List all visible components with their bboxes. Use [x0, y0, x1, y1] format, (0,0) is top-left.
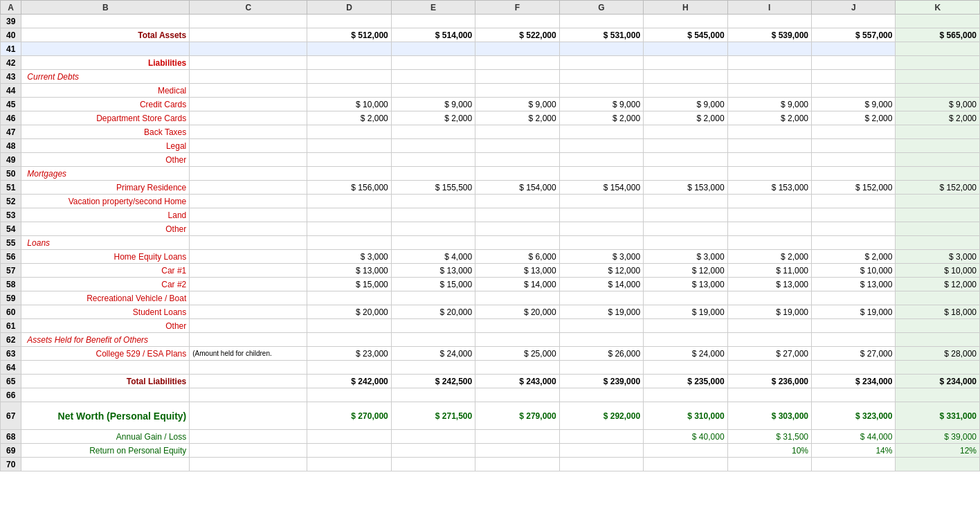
- cell-54-d[interactable]: [307, 222, 391, 236]
- cell-59-j[interactable]: [812, 291, 896, 305]
- car1-e[interactable]: $ 13,000: [391, 264, 475, 278]
- cell-68-d[interactable]: [307, 430, 391, 444]
- cell-43-e[interactable]: [391, 70, 475, 84]
- cell-52-h[interactable]: [644, 195, 727, 208]
- cell-50-d[interactable]: [307, 167, 391, 181]
- cell-42-i[interactable]: [727, 56, 811, 70]
- cell-41-i[interactable]: [727, 42, 811, 56]
- total-liabilities-f[interactable]: $ 243,000: [475, 375, 559, 388]
- total-liabilities-g[interactable]: $ 239,000: [559, 375, 643, 388]
- car2-f[interactable]: $ 14,000: [475, 278, 559, 291]
- cell-66-j[interactable]: [812, 388, 896, 402]
- cell-62-e[interactable]: [391, 333, 475, 347]
- cell-61-d[interactable]: [307, 319, 391, 333]
- college-529-j[interactable]: $ 27,000: [812, 347, 896, 361]
- cell-52-f[interactable]: [475, 195, 559, 208]
- cell-70-f[interactable]: [475, 458, 559, 471]
- cell-53-j[interactable]: [812, 208, 896, 222]
- cell-66-b[interactable]: [21, 388, 190, 402]
- cell-50-e[interactable]: [391, 167, 475, 181]
- cell-70-k[interactable]: [896, 458, 980, 471]
- return-equity-i[interactable]: 10%: [727, 444, 811, 458]
- credit-cards-d[interactable]: $ 10,000: [307, 98, 391, 111]
- dept-store-cards-i[interactable]: $ 2,000: [727, 111, 811, 125]
- cell-55-i[interactable]: [727, 236, 811, 250]
- net-worth-k[interactable]: $ 331,000: [896, 402, 980, 430]
- cell-70-j[interactable]: [812, 458, 896, 471]
- cell-42-d[interactable]: [307, 56, 391, 70]
- primary-residence-e[interactable]: $ 155,500: [391, 181, 475, 195]
- cell-44-d[interactable]: [307, 84, 391, 98]
- annual-gain-k[interactable]: $ 39,000: [896, 430, 980, 444]
- primary-residence-i[interactable]: $ 153,000: [727, 181, 811, 195]
- credit-cards-k[interactable]: $ 9,000: [896, 98, 980, 111]
- cell-69-f[interactable]: [475, 444, 559, 458]
- cell-59-g[interactable]: [559, 291, 643, 305]
- cell-53-e[interactable]: [391, 208, 475, 222]
- cell-67-c[interactable]: [190, 402, 307, 430]
- cell-50-f[interactable]: [475, 167, 559, 181]
- cell-61-h[interactable]: [644, 319, 727, 333]
- cell-65-c[interactable]: [190, 375, 307, 388]
- cell-45-c[interactable]: [190, 98, 307, 111]
- car1-d[interactable]: $ 13,000: [307, 264, 391, 278]
- college-529-d[interactable]: $ 23,000: [307, 347, 391, 361]
- cell-66-d[interactable]: [307, 388, 391, 402]
- cell-41-f[interactable]: [475, 42, 559, 56]
- cell-39-h[interactable]: [644, 15, 727, 28]
- cell-41-d[interactable]: [307, 42, 391, 56]
- cell-49-k[interactable]: [896, 153, 980, 167]
- cell-69-h[interactable]: [644, 444, 727, 458]
- total-liabilities-j[interactable]: $ 234,000: [812, 375, 896, 388]
- cell-48-f[interactable]: [475, 139, 559, 153]
- cell-42-j[interactable]: [812, 56, 896, 70]
- student-loans-e[interactable]: $ 20,000: [391, 305, 475, 319]
- cell-64-g[interactable]: [559, 361, 643, 375]
- cell-61-g[interactable]: [559, 319, 643, 333]
- cell-62-d[interactable]: [307, 333, 391, 347]
- cell-52-e[interactable]: [391, 195, 475, 208]
- college-529-f[interactable]: $ 25,000: [475, 347, 559, 361]
- college-529-g[interactable]: $ 26,000: [559, 347, 643, 361]
- cell-64-i[interactable]: [727, 361, 811, 375]
- cell-61-i[interactable]: [727, 319, 811, 333]
- college-529-h[interactable]: $ 24,000: [644, 347, 727, 361]
- net-worth-i[interactable]: $ 303,000: [727, 402, 811, 430]
- total-assets-i[interactable]: $ 539,000: [727, 28, 811, 42]
- annual-gain-i[interactable]: $ 31,500: [727, 430, 811, 444]
- cell-48-e[interactable]: [391, 139, 475, 153]
- cell-55-g[interactable]: [559, 236, 643, 250]
- cell-39-i[interactable]: [727, 15, 811, 28]
- cell-48-h[interactable]: [644, 139, 727, 153]
- credit-cards-e[interactable]: $ 9,000: [391, 98, 475, 111]
- student-loans-g[interactable]: $ 19,000: [559, 305, 643, 319]
- cell-42-f[interactable]: [475, 56, 559, 70]
- cell-53-k[interactable]: [896, 208, 980, 222]
- student-loans-h[interactable]: $ 19,000: [644, 305, 727, 319]
- cell-44-i[interactable]: [727, 84, 811, 98]
- cell-44-f[interactable]: [475, 84, 559, 98]
- cell-55-e[interactable]: [391, 236, 475, 250]
- cell-55-c[interactable]: [190, 236, 307, 250]
- cell-49-e[interactable]: [391, 153, 475, 167]
- cell-70-i[interactable]: [727, 458, 811, 471]
- cell-44-h[interactable]: [644, 84, 727, 98]
- car1-k[interactable]: $ 10,000: [896, 264, 980, 278]
- cell-61-k[interactable]: [896, 319, 980, 333]
- cell-39-b[interactable]: [21, 15, 190, 28]
- cell-47-d[interactable]: [307, 125, 391, 139]
- home-equity-h[interactable]: $ 3,000: [644, 250, 727, 264]
- cell-66-e[interactable]: [391, 388, 475, 402]
- net-worth-h[interactable]: $ 310,000: [644, 402, 727, 430]
- net-worth-j[interactable]: $ 323,000: [812, 402, 896, 430]
- cell-59-d[interactable]: [307, 291, 391, 305]
- cell-62-h[interactable]: [644, 333, 727, 347]
- cell-44-j[interactable]: [812, 84, 896, 98]
- net-worth-g[interactable]: $ 292,000: [559, 402, 643, 430]
- net-worth-d[interactable]: $ 270,000: [307, 402, 391, 430]
- cell-43-i[interactable]: [727, 70, 811, 84]
- cell-55-f[interactable]: [475, 236, 559, 250]
- cell-39-j[interactable]: [812, 15, 896, 28]
- cell-59-f[interactable]: [475, 291, 559, 305]
- dept-store-cards-k[interactable]: $ 2,000: [896, 111, 980, 125]
